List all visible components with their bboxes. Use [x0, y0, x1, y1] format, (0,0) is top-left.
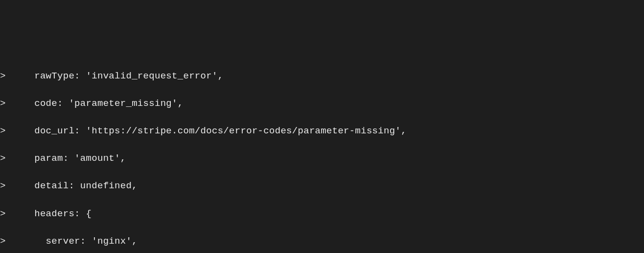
terminal-line: > detail: undefined, — [0, 179, 644, 193]
terminal-line: > server: 'nginx', — [0, 234, 644, 248]
terminal-output[interactable]: > rawType: 'invalid_request_error', > co… — [0, 55, 644, 253]
terminal-line: > param: 'amount', — [0, 152, 644, 165]
terminal-line: > headers: { — [0, 207, 644, 221]
terminal-line: > doc_url: 'https://stripe.com/docs/erro… — [0, 124, 644, 138]
terminal-line: > code: 'parameter_missing', — [0, 97, 644, 110]
terminal-line: > rawType: 'invalid_request_error', — [0, 69, 644, 83]
